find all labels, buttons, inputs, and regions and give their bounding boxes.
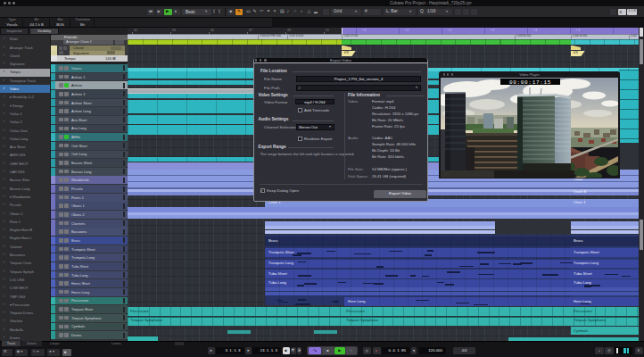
svg-text:00:00:17:15: 00:00:17:15 <box>508 79 550 85</box>
